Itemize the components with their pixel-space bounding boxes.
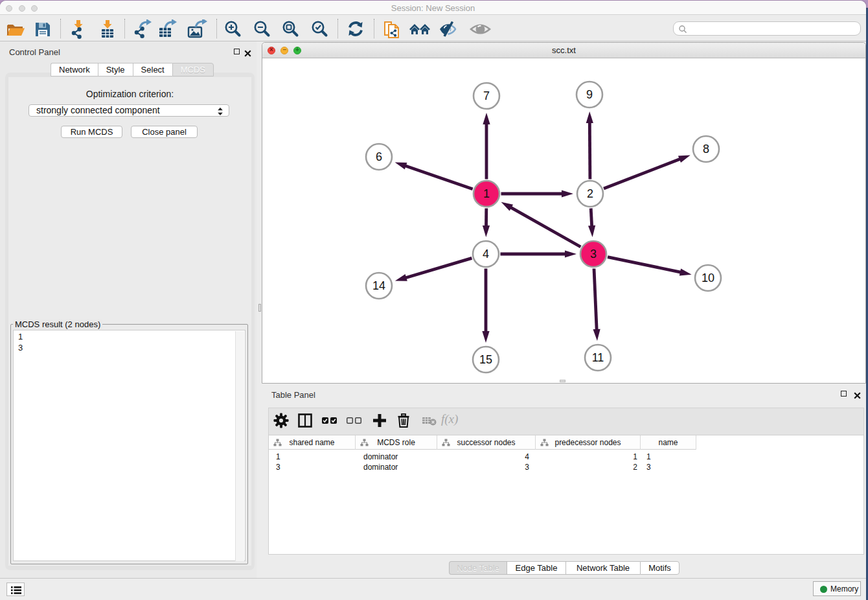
svg-text:4: 4	[483, 248, 489, 260]
svg-text:3: 3	[590, 248, 597, 260]
svg-text:1: 1	[483, 187, 490, 200]
svg-text:6: 6	[376, 150, 382, 163]
svg-text:8: 8	[703, 143, 709, 156]
svg-text:7: 7	[483, 89, 490, 102]
svg-text:9: 9	[586, 88, 593, 101]
svg-text:2: 2	[587, 187, 593, 200]
svg-text:11: 11	[592, 351, 604, 364]
svg-text:15: 15	[479, 353, 492, 366]
svg-text:10: 10	[702, 271, 714, 284]
svg-text:14: 14	[372, 279, 385, 292]
